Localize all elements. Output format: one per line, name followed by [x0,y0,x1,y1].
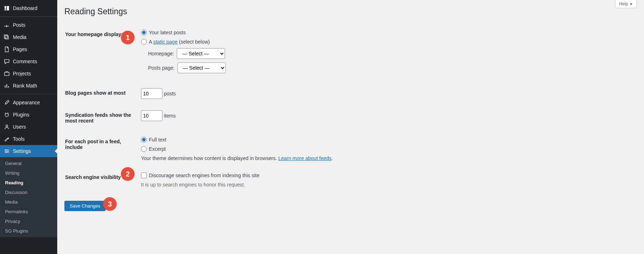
wrench-icon [4,136,10,142]
sidebar-label: Settings [13,148,31,154]
sidebar-label: Appearance [13,100,40,105]
sidebar-label: Dashboard [13,5,38,11]
annotation-2: 2 [121,167,135,181]
svg-point-2 [7,151,8,152]
settings-submenu: General Writing Reading Discussion Media… [0,157,57,237]
homepage-select[interactable]: — Select — [177,48,225,59]
submenu-media[interactable]: Media [0,197,57,207]
sidebar-label: Rank Math [13,83,37,89]
svg-point-3 [6,152,7,153]
discourage-note: It is up to search engines to honor this… [141,182,633,188]
radio-full-text-label[interactable]: Full text [149,137,166,143]
static-suffix: (select below) [177,39,210,45]
static-page-link[interactable]: static page [153,39,177,45]
help-label: Help [619,1,628,6]
submenu-writing[interactable]: Writing [0,168,57,178]
main-content: Help ▼ Reading Settings Your homepage di… [57,0,644,254]
sidebar-item-appearance[interactable]: Appearance [0,96,57,109]
radio-latest-posts[interactable] [141,30,147,35]
sidebar-item-dashboard[interactable]: Dashboard [0,2,57,14]
pin-icon [4,22,10,28]
sidebar-item-users[interactable]: Users [0,121,57,133]
syndication-input[interactable] [141,110,162,121]
sidebar-label: Users [13,124,26,130]
sidebar-label: Tools [13,136,25,142]
label-blog-pages: Blog pages show at most [65,83,137,104]
sidebar-label: Posts [13,22,25,28]
checkbox-discourage[interactable] [141,173,147,178]
page-icon [4,46,10,53]
feed-learn-more-link[interactable]: Learn more about feeds [278,155,332,161]
sidebar-label: Comments [13,59,37,64]
chevron-down-icon: ▼ [629,2,633,6]
dashboard-icon [4,5,10,11]
blog-pages-input[interactable] [141,88,162,99]
syndication-suffix: items [164,113,176,119]
posts-page-select[interactable]: — Select — [177,63,226,73]
portfolio-icon [4,70,10,77]
sidebar-item-comments[interactable]: Comments [0,55,57,68]
checkbox-discourage-label[interactable]: Discourage search engines from indexing … [149,173,259,178]
svg-point-1 [5,149,6,150]
comment-icon [4,58,10,65]
admin-sidebar: Dashboard Posts Media Pages Comments Pro… [0,0,57,254]
label-feed-include: For each post in a feed, include [65,131,137,166]
sidebar-item-media[interactable]: Media [0,31,57,43]
submenu-reading[interactable]: Reading [0,178,57,188]
chart-icon [4,83,10,89]
plug-icon [4,111,10,118]
sliders-icon [4,148,10,154]
sidebar-item-rankmath[interactable]: Rank Math [0,80,57,92]
radio-static-page-label[interactable]: A static page (select below) [149,39,210,45]
annotation-3: 3 [103,197,117,211]
sidebar-item-plugins[interactable]: Plugins [0,109,57,121]
feed-theme-note: Your theme determines how content is dis… [141,155,633,161]
brush-icon [4,99,10,106]
feed-note-suffix: . [332,155,333,161]
submenu-general[interactable]: General [0,159,57,168]
sidebar-item-settings[interactable]: Settings [0,145,57,157]
posts-page-select-label: Posts page: [148,65,175,71]
radio-latest-posts-label[interactable]: Your latest posts [149,30,186,35]
user-icon [4,124,10,130]
sidebar-label: Media [13,34,26,40]
sidebar-item-tools[interactable]: Tools [0,133,57,145]
homepage-select-label: Homepage: [148,51,174,56]
radio-excerpt-label[interactable]: Excerpt [149,146,166,152]
submenu-sgplugins[interactable]: SG Plugins [0,226,57,236]
sidebar-item-pages[interactable]: Pages [0,43,57,55]
sidebar-label: Pages [13,46,27,52]
blog-pages-suffix: posts [164,91,176,96]
sidebar-label: Plugins [13,112,29,118]
help-tab[interactable]: Help ▼ [615,0,637,8]
page-title: Reading Settings [64,4,637,24]
radio-static-page[interactable] [141,39,147,45]
radio-excerpt[interactable] [141,146,147,152]
svg-point-0 [6,125,8,127]
sidebar-item-posts[interactable]: Posts [0,19,57,31]
feed-note-prefix: Your theme determines how content is dis… [141,155,278,161]
annotation-1: 1 [121,31,135,44]
media-icon [4,34,10,40]
submenu-discussion[interactable]: Discussion [0,188,57,197]
submenu-privacy[interactable]: Privacy [0,216,57,226]
static-prefix: A [149,39,153,45]
radio-full-text[interactable] [141,137,147,143]
sidebar-item-projects[interactable]: Projects [0,68,57,80]
save-button[interactable]: Save Changes [64,201,106,211]
label-syndication: Syndication feeds show the most recent [65,105,137,131]
submenu-permalinks[interactable]: Permalinks [0,207,57,216]
sidebar-label: Projects [13,71,31,76]
